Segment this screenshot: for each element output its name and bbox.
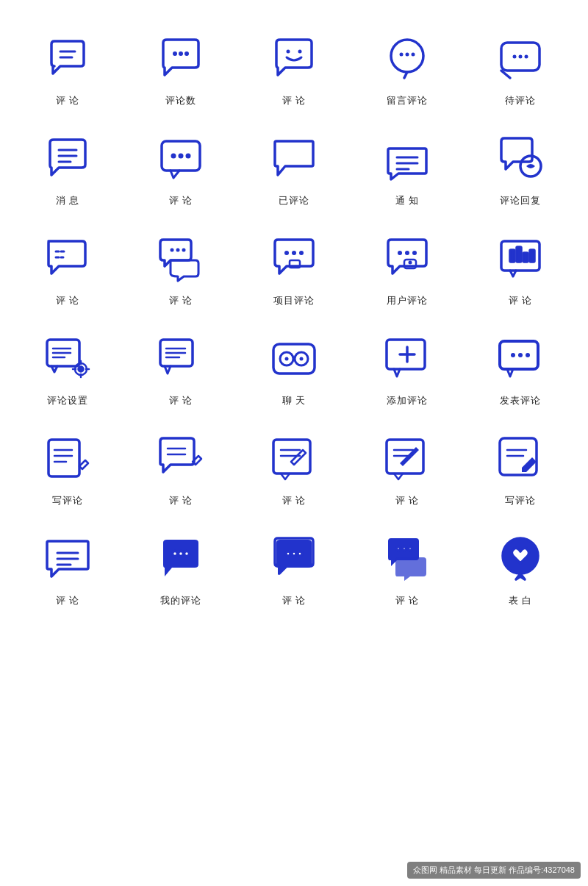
- svg-point-97: [397, 547, 401, 551]
- icon-wrap: [378, 29, 437, 88]
- icon-wrap: [378, 429, 437, 488]
- svg-rect-73: [49, 440, 79, 476]
- svg-point-16: [525, 55, 528, 59]
- icon-item-notification: 通 知: [354, 129, 460, 207]
- icon-item-comment-lines: 评 论: [15, 29, 121, 107]
- icon-item-write2: 写评论: [467, 429, 573, 507]
- icon-item-message: 消 息: [15, 129, 121, 207]
- icon-label: 评 论: [395, 594, 420, 607]
- svg-rect-45: [523, 253, 528, 262]
- icon-wrap: [265, 129, 323, 188]
- icon-item-comment-bars: 评 论: [467, 229, 573, 307]
- icon-label: 评 论: [169, 494, 193, 507]
- icon-item-reply: 评论回复: [467, 129, 573, 207]
- icon-wrap: [265, 429, 323, 488]
- icon-label: 聊 天: [282, 394, 306, 407]
- icon-wrap: [151, 229, 210, 288]
- svg-point-95: [292, 551, 296, 556]
- svg-point-35: [299, 251, 304, 255]
- icon-item-comment-edit1: 评 论: [128, 429, 234, 507]
- svg-point-64: [285, 357, 289, 361]
- icon-item-confess: 表 白: [467, 529, 573, 607]
- icon-label: 评 论: [169, 294, 193, 307]
- svg-point-22: [179, 154, 184, 159]
- icon-wrap: [491, 529, 550, 588]
- svg-point-70: [511, 353, 515, 357]
- svg-rect-43: [510, 250, 514, 262]
- icon-wrap: [491, 429, 550, 488]
- svg-point-93: [184, 551, 190, 557]
- icon-label: 评 论: [395, 494, 420, 507]
- icon-label: 评论回复: [500, 194, 541, 207]
- svg-point-94: [286, 551, 290, 556]
- svg-point-14: [513, 55, 517, 59]
- svg-point-32: [182, 249, 186, 252]
- svg-point-72: [526, 353, 530, 357]
- icon-wrap: [38, 429, 97, 488]
- svg-point-34: [292, 251, 296, 255]
- icon-label: 消 息: [56, 194, 80, 207]
- icon-label: 评论数: [165, 94, 196, 107]
- icon-item-comment-settings: 评论设置: [15, 329, 121, 407]
- icon-label: 已评论: [279, 194, 309, 207]
- icon-label: 评 论: [282, 94, 306, 107]
- svg-point-92: [179, 551, 184, 557]
- svg-point-21: [171, 154, 176, 159]
- icon-wrap: [378, 529, 437, 588]
- icon-wrap: [265, 229, 323, 288]
- svg-point-15: [519, 55, 523, 59]
- icon-item-project-comment: 项目评论: [241, 229, 347, 307]
- svg-point-52: [79, 367, 83, 371]
- icon-grid: 评 论 评论数 评 论: [15, 29, 573, 607]
- icon-wrap: [151, 129, 210, 188]
- icon-label: 项目评论: [273, 294, 315, 307]
- icon-item-chat: 聊 天: [241, 329, 347, 407]
- icon-item-filled1: 评 论: [15, 529, 121, 607]
- icon-wrap: [151, 29, 210, 88]
- svg-point-11: [412, 53, 415, 57]
- svg-point-38: [405, 251, 409, 255]
- svg-point-30: [171, 249, 174, 252]
- svg-point-71: [518, 353, 523, 357]
- icon-label: 评论设置: [47, 394, 88, 407]
- icon-wrap: [265, 529, 323, 588]
- svg-rect-46: [530, 250, 534, 262]
- icon-label: 通 知: [395, 194, 420, 207]
- svg-point-41: [409, 261, 412, 265]
- icon-item-comment-box: 评 论: [128, 129, 234, 207]
- icon-label: 评 论: [56, 294, 80, 307]
- svg-point-65: [300, 357, 304, 361]
- icon-wrap: [151, 329, 210, 388]
- icon-wrap: [378, 329, 437, 388]
- icon-wrap: [491, 129, 550, 188]
- icon-item-comment-text: 评 论: [128, 329, 234, 407]
- icon-item-filled3: 评 论: [241, 529, 347, 607]
- svg-point-37: [398, 251, 402, 255]
- icon-item-comment-edit2: 评 论: [241, 429, 347, 507]
- svg-point-99: [409, 547, 412, 551]
- icon-item-post-comment: 发表评论: [467, 329, 573, 407]
- icon-wrap: [265, 329, 323, 388]
- svg-point-9: [400, 53, 404, 57]
- svg-point-31: [176, 249, 180, 252]
- icon-item-user-comment: 用户评论: [354, 229, 460, 307]
- svg-point-96: [298, 551, 302, 556]
- icon-item-filled2: 我的评论: [128, 529, 234, 607]
- svg-point-2: [173, 51, 177, 56]
- icon-item-done-comment: 已评论: [241, 129, 347, 207]
- icon-item-comment-edit3: 评 论: [354, 429, 460, 507]
- icon-wrap: [151, 429, 210, 488]
- icon-label: 评 论: [282, 594, 306, 607]
- icon-item-comment-dots: 评论数: [128, 29, 234, 107]
- svg-point-39: [412, 251, 417, 255]
- svg-point-91: [173, 551, 178, 557]
- svg-point-33: [284, 251, 289, 255]
- icon-wrap: [491, 329, 550, 388]
- svg-point-4: [184, 51, 189, 56]
- icon-wrap: [151, 529, 210, 588]
- icon-wrap: [38, 329, 97, 388]
- svg-point-3: [179, 51, 183, 56]
- icon-wrap: [38, 529, 97, 588]
- icon-item-comment-smile: 评 论: [241, 29, 347, 107]
- icon-label: 表 白: [509, 594, 533, 607]
